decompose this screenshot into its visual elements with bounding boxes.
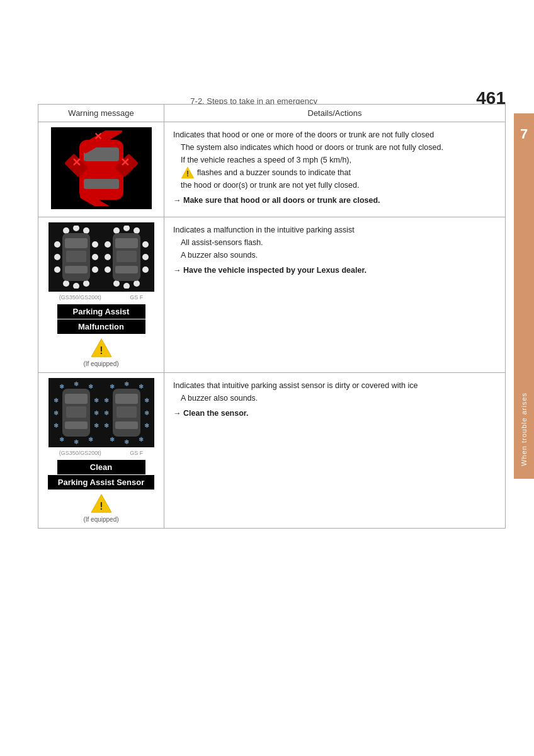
malfunction-detail-3: A buzzer also sounds. xyxy=(181,249,496,261)
details-cell-sensor: Indicates that intuitive parking assist … xyxy=(164,373,506,529)
svg-text:❄: ❄ xyxy=(54,397,59,404)
details-cell-hood: Indicates that hood or one or more of th… xyxy=(164,122,506,217)
sensor-car2-svg: ❄ ❄ ❄ ❄ ❄ ❄ ❄ ❄ ❄ ❄ ❄ ❄ xyxy=(104,381,149,444)
car-label-gs350-2: (GS350/GS200t) xyxy=(59,450,101,456)
svg-rect-43 xyxy=(116,251,137,262)
svg-rect-59 xyxy=(65,394,88,404)
warning-cell-sensor: ❄ ❄ ❄ ❄ ❄ ❄ ❄ ❄ ❄ ❄ ❄ ❄ xyxy=(38,373,164,529)
hood-detail-3: If the vehicle reaches a speed of 3 mph … xyxy=(181,154,496,166)
svg-text:❄: ❄ xyxy=(74,438,79,444)
sensor-caution-icon: ! xyxy=(90,493,113,513)
col-details-header: Details/Actions xyxy=(164,105,506,122)
sensor-car1-svg: ❄ ❄ ❄ ❄ ❄ ❄ ❄ ❄ ❄ ❄ ❄ ❄ xyxy=(54,381,99,444)
svg-rect-27 xyxy=(66,251,86,262)
malfunction-caution-wrapper: ! xyxy=(42,338,160,358)
malfunction-if-equipped: (If equipped) xyxy=(42,360,160,367)
sensor-badge-line2: Parking Assist Sensor xyxy=(48,475,155,490)
sensor-if-equipped: (If equipped) xyxy=(42,516,160,523)
svg-text:❄: ❄ xyxy=(59,436,64,443)
svg-text:❄: ❄ xyxy=(59,383,64,390)
sensor-car-labels: (GS350/GS200t) GS F xyxy=(42,450,160,457)
sensor-badge: Clean Parking Assist Sensor xyxy=(42,460,160,490)
svg-point-38 xyxy=(123,283,130,289)
main-content: Warning message Details/Actions xyxy=(38,104,506,718)
table-row: (GS350/GS200t) GS F Parking Assist Malfu… xyxy=(38,217,506,373)
malfunction-car2-svg xyxy=(104,226,149,289)
table-row: ❄ ❄ ❄ ❄ ❄ ❄ ❄ ❄ ❄ ❄ ❄ ❄ xyxy=(38,373,506,529)
hood-action-bold: Make sure that hood or all doors or trun… xyxy=(183,196,380,205)
svg-text:❄: ❄ xyxy=(54,422,59,429)
car-label-gsf1: GS F xyxy=(130,294,143,301)
svg-text:❄: ❄ xyxy=(94,410,99,416)
svg-text:!: ! xyxy=(99,501,103,512)
side-tab: 7 When trouble arises xyxy=(514,113,534,479)
sensor-detail-1: Indicates that intuitive parking assist … xyxy=(173,379,496,392)
details-cell-malfunction: Indicates a malfunction in the intuitive… xyxy=(164,217,506,373)
svg-text:❄: ❄ xyxy=(104,410,109,416)
svg-rect-75 xyxy=(115,394,138,404)
svg-rect-77 xyxy=(116,406,137,418)
svg-point-31 xyxy=(105,241,111,248)
svg-point-12 xyxy=(63,227,69,234)
inline-caution-icon: ! xyxy=(181,166,195,179)
svg-point-37 xyxy=(113,280,120,287)
hood-car-svg: ✕ ✕ ✕ xyxy=(57,130,145,206)
svg-text:❄: ❄ xyxy=(124,381,129,387)
svg-text:!: ! xyxy=(99,345,103,356)
hood-car-image: ✕ ✕ ✕ xyxy=(51,127,152,209)
svg-text:✕: ✕ xyxy=(72,156,81,169)
svg-text:❄: ❄ xyxy=(74,381,79,387)
hood-detail-5: the hood or door(s) or trunk are not yet… xyxy=(181,179,496,192)
svg-text:❄: ❄ xyxy=(104,397,109,404)
malfunction-car-labels: (GS350/GS200t) GS F xyxy=(42,294,160,302)
malfunction-caution-icon: ! xyxy=(90,338,113,358)
svg-text:✕: ✕ xyxy=(120,156,130,169)
svg-rect-25 xyxy=(65,238,88,248)
svg-text:❄: ❄ xyxy=(94,397,99,404)
svg-text:✕: ✕ xyxy=(94,131,102,142)
hood-detail-4-text: flashes and a buzzer sounds to indicate … xyxy=(197,166,351,179)
sensor-badge-line1: Clean xyxy=(57,460,145,474)
svg-point-29 xyxy=(123,226,130,231)
malfunction-car1-svg xyxy=(54,226,99,289)
malfunction-detail-1: Indicates a malfunction in the intuitive… xyxy=(173,224,496,236)
svg-point-22 xyxy=(73,283,79,289)
malfunction-detail-2: All assist-sensors flash. xyxy=(181,236,496,249)
warning-cell-hood: ✕ ✕ ✕ xyxy=(38,122,164,217)
col-warning-header: Warning message xyxy=(38,105,164,122)
svg-rect-61 xyxy=(66,406,86,418)
sensor-action-bold: Clean the sensor. xyxy=(183,409,249,418)
malfunction-badge-line1: Parking Assist xyxy=(57,304,145,319)
svg-point-28 xyxy=(113,227,120,234)
hood-detail-4: ! flashes and a buzzer sounds to indicat… xyxy=(181,166,496,179)
svg-point-23 xyxy=(83,280,89,287)
svg-point-15 xyxy=(54,241,60,248)
svg-text:❄: ❄ xyxy=(88,436,93,443)
svg-rect-42 xyxy=(115,266,138,273)
svg-point-16 xyxy=(54,254,60,260)
sensor-detail-action: → Clean the sensor. xyxy=(173,407,496,420)
svg-point-30 xyxy=(134,227,140,234)
svg-point-34 xyxy=(142,241,149,248)
svg-point-19 xyxy=(92,254,98,260)
svg-rect-2 xyxy=(84,179,119,189)
hood-detail-action: → Make sure that hood or all doors or tr… xyxy=(173,194,496,207)
svg-point-13 xyxy=(73,226,79,231)
warning-table: Warning message Details/Actions xyxy=(38,104,506,529)
svg-point-21 xyxy=(63,280,69,287)
svg-point-35 xyxy=(142,254,149,260)
svg-text:❄: ❄ xyxy=(54,410,59,416)
svg-text:!: ! xyxy=(186,169,189,178)
hood-detail-2: The system also indicates which hood or … xyxy=(181,141,496,154)
svg-text:❄: ❄ xyxy=(144,422,149,429)
svg-text:❄: ❄ xyxy=(94,422,99,429)
svg-point-20 xyxy=(92,266,98,273)
svg-text:❄: ❄ xyxy=(139,383,144,390)
svg-point-32 xyxy=(105,254,111,260)
svg-point-39 xyxy=(134,280,140,287)
svg-point-33 xyxy=(105,266,111,273)
chapter-title: When trouble arises xyxy=(520,392,528,466)
malfunction-car-image xyxy=(48,222,154,292)
malfunction-action-bold: Have the vehicle inspected by your Lexus… xyxy=(183,266,366,275)
svg-text:❄: ❄ xyxy=(139,436,144,443)
